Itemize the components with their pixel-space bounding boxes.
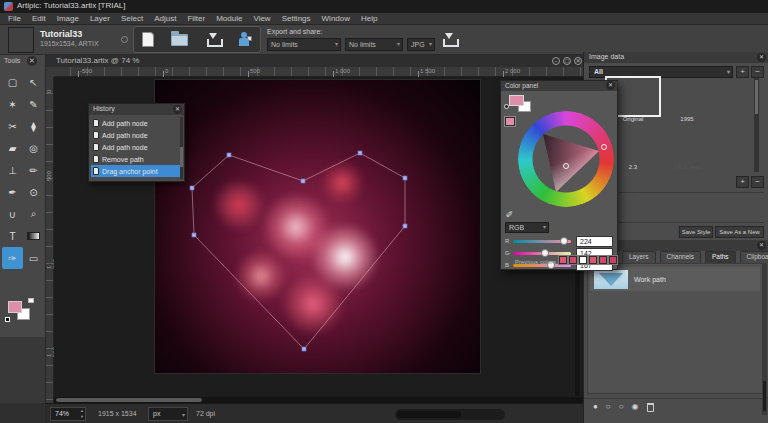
color-mode-dropdown[interactable]: RGB▾ — [505, 222, 549, 233]
menu-item-layer[interactable]: Layer — [90, 14, 110, 23]
menu-item-module[interactable]: Module — [216, 14, 242, 23]
history-panel-header[interactable]: History ✕ — [89, 104, 184, 115]
save-style-button[interactable]: Save Style — [679, 226, 713, 238]
fill-path-icon[interactable]: ● — [593, 403, 598, 411]
history-item[interactable]: Drag anchor point — [91, 165, 180, 177]
foreground-swatch[interactable] — [8, 301, 22, 313]
menu-item-help[interactable]: Help — [361, 14, 377, 23]
menu-item-select[interactable]: Select — [121, 14, 143, 23]
eyedropper-tool[interactable]: ✒ — [2, 181, 23, 203]
image-data-scrollbar[interactable] — [754, 78, 759, 172]
menu-item-file[interactable]: File — [8, 14, 21, 23]
close-icon[interactable]: ✕ — [757, 53, 766, 62]
history-item[interactable]: Add path node — [91, 141, 180, 153]
close-icon[interactable]: ✕ — [606, 81, 615, 90]
collapse-toggle[interactable] — [121, 36, 128, 43]
close-icon[interactable]: ✕ — [27, 56, 37, 66]
image-data-remove-button[interactable]: − — [751, 66, 764, 78]
shape-tool[interactable]: ▭ — [23, 247, 44, 269]
previous-color-swatch[interactable] — [589, 256, 597, 264]
gradient-tool[interactable] — [23, 225, 44, 247]
previous-color-swatch[interactable] — [559, 256, 567, 264]
zoom-tool[interactable]: ⌕ — [23, 203, 44, 225]
styles-add-button[interactable]: + — [736, 176, 749, 188]
export-dropdown-1[interactable]: No limits▾ — [267, 38, 341, 51]
save-document-icon[interactable] — [205, 33, 221, 46]
export-dropdown-2[interactable]: No limits▾ — [345, 38, 403, 51]
tab-layers[interactable]: Layers — [622, 251, 656, 263]
styles-remove-button[interactable]: − — [751, 176, 764, 188]
anchor-point[interactable] — [301, 179, 305, 183]
color-panel-header[interactable]: Color panel ✕ — [501, 81, 617, 91]
share-module-icon[interactable] — [238, 32, 252, 47]
anchor-point[interactable] — [192, 233, 196, 237]
slider-value-field[interactable]: 224 — [576, 236, 613, 247]
menu-item-window[interactable]: Window — [322, 14, 350, 23]
history-scrollbar[interactable] — [180, 117, 183, 179]
menu-item-view[interactable]: View — [253, 14, 270, 23]
history-item[interactable]: Add path node — [91, 117, 180, 129]
eyedropper-icon[interactable]: ✎ — [505, 210, 515, 218]
anchor-point[interactable] — [403, 176, 407, 180]
marquee-tool[interactable]: ▢ — [2, 71, 23, 93]
new-document-icon[interactable] — [142, 32, 154, 47]
menu-item-edit[interactable]: Edit — [32, 14, 46, 23]
anchor-point[interactable] — [227, 153, 231, 157]
close-icon[interactable]: ✕ — [173, 105, 182, 114]
image-data-thumb[interactable]: 2.6.1_test — [661, 126, 713, 172]
menu-item-filter[interactable]: Filter — [187, 14, 205, 23]
pattern-tool[interactable]: ⊙ — [23, 181, 44, 203]
document-tab[interactable]: Tutorial33.artix @ 74 % — [56, 56, 139, 65]
previous-color-swatch[interactable] — [599, 256, 607, 264]
previous-color-swatch[interactable] — [609, 256, 617, 264]
previous-color-swatch[interactable] — [569, 256, 577, 264]
minimize-view-icon[interactable]: − — [552, 57, 560, 65]
swap-colors-icon[interactable] — [28, 298, 34, 303]
delete-path-icon[interactable] — [647, 403, 654, 412]
hue-marker[interactable] — [601, 144, 607, 150]
slider-knob[interactable] — [560, 237, 568, 245]
document-thumbnail[interactable] — [8, 27, 34, 53]
slider-knob[interactable] — [541, 249, 549, 257]
tab-channels[interactable]: Channels — [660, 251, 701, 263]
default-colors-icon[interactable] — [5, 317, 10, 322]
tab-paths[interactable]: Paths — [705, 251, 736, 263]
anchor-point[interactable] — [403, 224, 407, 228]
menu-item-settings[interactable]: Settings — [282, 14, 311, 23]
saturation-marker[interactable] — [563, 163, 569, 169]
close-icon[interactable]: ✕ — [757, 241, 766, 250]
layers-scrollbar[interactable] — [762, 263, 767, 415]
stamp-tool[interactable]: ⊥ — [2, 159, 23, 181]
open-folder-icon[interactable] — [171, 34, 188, 46]
clone-tool[interactable]: ◎ — [23, 137, 44, 159]
history-item[interactable]: Add path node — [91, 129, 180, 141]
export-save-icon[interactable] — [441, 33, 457, 46]
image-data-header[interactable]: Image data ✕ — [584, 52, 768, 63]
menu-item-adjust[interactable]: Adjust — [154, 14, 176, 23]
image-data-thumb[interactable]: 1995 — [661, 78, 713, 124]
foreground-swatch[interactable] — [509, 95, 524, 106]
anchor-point[interactable] — [358, 151, 362, 155]
current-color-swatch[interactable] — [505, 117, 515, 126]
move-tool[interactable]: ↖ — [23, 71, 44, 93]
menu-item-image[interactable]: Image — [57, 14, 79, 23]
crop-tool[interactable]: ✂ — [2, 115, 23, 137]
save-as-new-style-button[interactable]: Save As a New Style — [715, 226, 764, 238]
image-data-filter-dropdown[interactable]: All▾ — [589, 66, 733, 78]
text-tool[interactable]: T — [2, 225, 23, 247]
stroke-path-icon[interactable]: ○ — [606, 403, 611, 411]
unit-dropdown[interactable]: px▾ — [148, 407, 188, 421]
pen-tool[interactable]: ✑ — [2, 247, 23, 269]
eraser-tool[interactable]: ▰ — [2, 137, 23, 159]
tab-clipboard[interactable]: Clipboard — [740, 251, 768, 263]
anchor-point[interactable] — [190, 186, 194, 190]
healing-brush-tool[interactable]: ✏ — [23, 159, 44, 181]
anchor-point[interactable] — [302, 347, 306, 351]
close-view-icon[interactable]: ✕ — [574, 57, 582, 65]
blur-tool[interactable]: ⧫ — [23, 115, 44, 137]
bucket-tool[interactable]: ∪ — [2, 203, 23, 225]
previous-color-swatch[interactable] — [579, 256, 587, 264]
zoom-level-stepper[interactable]: 74% ▲▼ — [50, 407, 86, 421]
new-path-icon[interactable]: ◉ — [632, 403, 639, 411]
maximize-view-icon[interactable]: □ — [563, 57, 571, 65]
